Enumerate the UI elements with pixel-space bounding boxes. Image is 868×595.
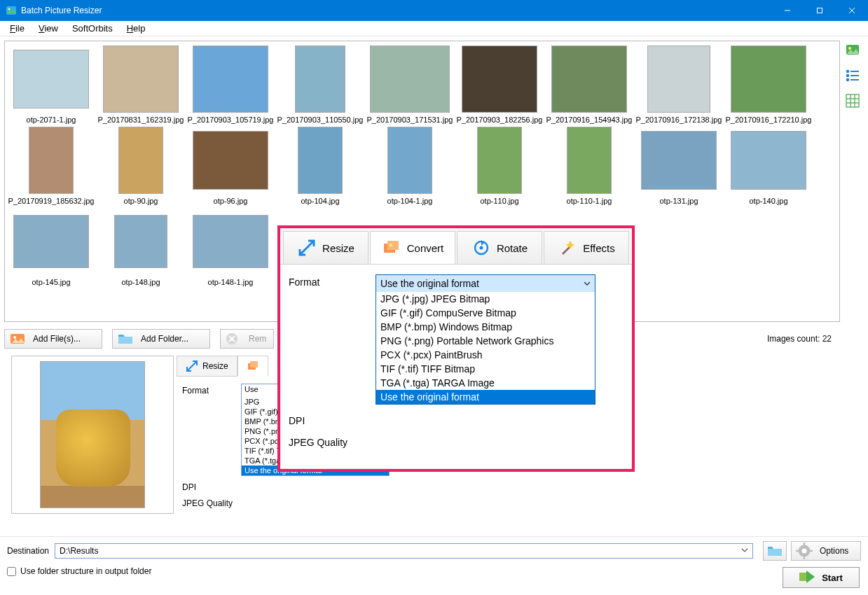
remove-icon [225, 332, 242, 346]
thumbnail-item[interactable]: P_20170831_162319.jpg [97, 44, 184, 124]
tab-rotate-label: Rotate [497, 242, 528, 254]
format-option[interactable]: BMP (*.bmp) Windows Bitmap [376, 320, 595, 334]
thumbnail-label: P_20170916_172138.jpg [636, 114, 722, 124]
close-button[interactable] [836, 0, 868, 21]
tab-rotate[interactable]: Rotate [457, 231, 542, 264]
thumbnail-item[interactable]: otp-96.jpg [187, 125, 274, 205]
destination-value: D:\Results [60, 546, 98, 556]
svg-rect-3 [818, 8, 822, 13]
options-label: Options [820, 546, 848, 556]
use-folder-structure-label: Use folder structure in output folder [20, 566, 151, 576]
start-label: Start [822, 573, 843, 583]
svg-rect-27 [387, 241, 399, 250]
thumbnail-item[interactable]: P_20170903_182256.jpg [456, 44, 543, 124]
thumbnail-item[interactable]: P_20170903_171531.jpg [366, 44, 453, 124]
start-button[interactable]: Start [783, 567, 860, 588]
view-details-button[interactable] [843, 91, 862, 111]
format-option[interactable]: JPG (*.jpg) JPEG Bitmap [376, 292, 595, 306]
tab-resize-small[interactable]: Resize [177, 356, 237, 377]
image-add-icon [9, 332, 26, 346]
thumbnail-item[interactable]: otp-104.jpg [277, 125, 364, 205]
add-files-button[interactable]: Add File(s)... [4, 329, 102, 349]
menu-bar: File View SoftOrbits Help [0, 21, 868, 36]
svg-rect-36 [809, 550, 813, 552]
jpeg-quality-label: JPEG Quality [289, 435, 376, 448]
thumbnail-item[interactable]: otp-148.jpg [97, 206, 184, 286]
add-folder-button[interactable]: Add Folder... [112, 329, 210, 349]
dpi-label-small: DPI [182, 480, 241, 492]
format-option[interactable]: Use the original format [376, 390, 595, 404]
thumbnail-item[interactable]: P_20170919_185632.jpg [8, 125, 95, 205]
menu-help[interactable]: Help [120, 23, 153, 34]
svg-rect-21 [846, 94, 859, 107]
svg-rect-12 [250, 361, 258, 368]
format-option[interactable]: TIF (*.tif) TIFF Bitmap [376, 362, 595, 376]
thumbnail-item[interactable]: otp-90.jpg [97, 125, 184, 205]
format-option[interactable]: PNG (*.png) Portable Network Graphics [376, 334, 595, 348]
thumbnail-label: otp-140.jpg [749, 195, 787, 205]
menu-view[interactable]: View [32, 23, 65, 34]
tab-effects[interactable]: Effects [544, 231, 629, 264]
menu-file[interactable]: File [3, 23, 32, 34]
thumbnail-item[interactable]: P_20170903_110550.jpg [277, 44, 364, 124]
view-thumbnails-button[interactable] [843, 41, 862, 60]
destination-input[interactable]: D:\Results [55, 543, 753, 559]
thumbnail-label: otp-90.jpg [124, 195, 158, 205]
gear-icon [796, 544, 813, 558]
thumbnail-label: otp-148-1.jpg [208, 276, 254, 286]
svg-rect-35 [796, 550, 799, 552]
thumbnail-item[interactable]: otp-2071-1.jpg [8, 44, 95, 124]
thumbnail-label: otp-110-1.jpg [567, 195, 612, 205]
thumbnail-item[interactable]: otp-104-1.jpg [366, 125, 453, 205]
maximize-button[interactable] [804, 0, 836, 21]
thumbnail-item[interactable]: otp-131.jpg [635, 125, 722, 205]
use-folder-structure-checkbox[interactable] [7, 567, 16, 576]
menu-softorbits[interactable]: SoftOrbits [65, 23, 120, 34]
format-option[interactable]: PCX (*.pcx) PaintBrush [376, 348, 595, 362]
tab-convert-small[interactable] [237, 356, 268, 377]
svg-point-7 [13, 336, 16, 339]
minimize-button[interactable] [771, 0, 804, 21]
options-button[interactable]: Options [791, 541, 861, 561]
remove-button[interactable]: Rem [220, 329, 274, 349]
format-label: Format [289, 274, 376, 288]
thumbnail-item[interactable]: P_20170916_172210.jpg [725, 44, 812, 124]
chevron-down-icon [741, 546, 748, 556]
thumbnail-item[interactable]: otp-148-1.jpg [187, 206, 274, 286]
tab-resize[interactable]: Resize [283, 231, 368, 264]
thumbnail-label: otp-145.jpg [32, 276, 70, 286]
thumbnail-label: P_20170903_171531.jpg [367, 114, 453, 124]
thumbnail-item[interactable]: otp-110.jpg [456, 125, 543, 205]
thumbnail-label: otp-104-1.jpg [387, 195, 433, 205]
thumbnail-label: P_20170903_105719.jpg [188, 114, 274, 124]
thumbnail-item[interactable]: P_20170916_154943.jpg [546, 44, 633, 124]
svg-point-19 [847, 79, 849, 81]
tab-convert[interactable]: Convert [370, 231, 455, 264]
thumbnail-item[interactable]: P_20170916_172138.jpg [635, 44, 722, 124]
browse-folder-button[interactable] [763, 541, 787, 561]
svg-rect-34 [804, 556, 805, 559]
view-list-button[interactable] [843, 66, 862, 85]
thumbnail-label: P_20170903_110550.jpg [277, 114, 364, 124]
svg-point-14 [848, 47, 851, 50]
format-selected: Use the original format [380, 278, 479, 289]
images-count-label: Images count: 22 [767, 334, 832, 344]
format-combo[interactable]: Use the original format JPG (*.jpg) JPEG… [376, 274, 595, 405]
resize-icon [297, 238, 317, 258]
add-folder-label: Add Folder... [141, 334, 188, 344]
thumbnail-item[interactable]: otp-140.jpg [725, 125, 812, 205]
convert-icon [247, 360, 259, 372]
svg-rect-33 [804, 542, 805, 546]
thumbnail-item[interactable]: otp-110-1.jpg [546, 125, 633, 205]
thumbnail-item[interactable]: otp-145.jpg [8, 206, 95, 286]
thumbnail-label: otp-148.jpg [121, 276, 160, 286]
svg-point-28 [390, 244, 392, 246]
thumbnail-label: P_20170916_154943.jpg [546, 114, 633, 124]
tab-convert-label: Convert [407, 242, 444, 254]
convert-panel-zoom: Resize Convert Rotate Effects Format [277, 225, 635, 472]
play-icon [799, 570, 815, 585]
thumbnail-item[interactable]: P_20170903_105719.jpg [187, 44, 274, 124]
format-option[interactable]: TGA (*.tga) TARGA Image [376, 376, 595, 390]
format-option[interactable]: GIF (*.gif) CompuServe Bitmap [376, 306, 595, 320]
thumbnail-label: P_20170903_182256.jpg [457, 114, 543, 124]
